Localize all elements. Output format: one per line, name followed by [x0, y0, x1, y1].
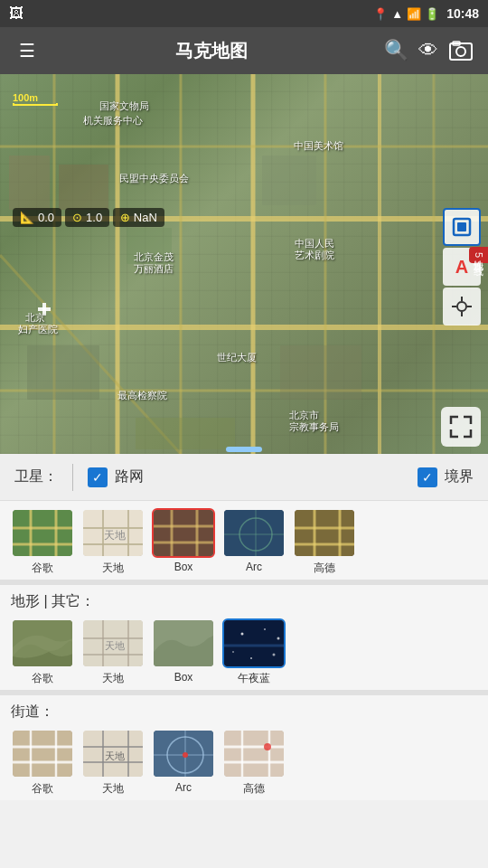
boundary-checkbox[interactable]: ✓ 境界 [418, 467, 474, 487]
terrain-tile-nightblue-thumb[interactable] [222, 618, 286, 668]
terrain-tile-box-thumb[interactable] [152, 618, 215, 668]
street-tile-arc[interactable]: Arc [152, 729, 215, 797]
svg-point-93 [264, 743, 271, 750]
terrain-tile-box[interactable]: Box [152, 618, 215, 686]
scroll-indicator [226, 447, 262, 452]
satellite-tile-box-thumb[interactable] [152, 508, 215, 558]
boundary-checkbox-box[interactable]: ✓ [418, 467, 437, 487]
terrain-tiles-row: 谷歌 天地 天地 [11, 618, 477, 686]
svg-rect-16 [59, 165, 108, 210]
svg-rect-42 [154, 510, 215, 558]
road-checkbox-box[interactable]: ✓ [88, 467, 108, 487]
street-tile-google[interactable]: 谷歌 [11, 729, 74, 797]
terrain-section: 地形 | 其它： 谷歌 [0, 585, 488, 690]
svg-point-26 [457, 302, 466, 311]
svg-rect-72 [13, 731, 74, 778]
terrain-tile-tiandi-label: 天地 [102, 671, 124, 686]
status-bar: 🖼 📍 ▲ 📶 🔋 10:48 [0, 0, 488, 27]
svg-rect-47 [224, 510, 286, 558]
terrain-tile-nightblue-label: 午夜蓝 [238, 671, 270, 686]
satellite-tile-arc-thumb[interactable] [222, 508, 286, 558]
time-display: 10:48 [446, 6, 479, 21]
svg-text:天地: 天地 [104, 529, 126, 542]
street-tile-tiandi-thumb[interactable]: 天地 [81, 729, 145, 778]
satellite-tile-gaode-thumb[interactable] [293, 508, 356, 558]
satellite-tile-tiandi-label: 天地 [102, 561, 124, 576]
terrain-tile-google[interactable]: 谷歌 [11, 618, 74, 686]
location-icon: 📍 [373, 7, 388, 21]
svg-point-84 [167, 737, 203, 773]
terrain-tile-google-label: 谷歌 [32, 671, 53, 686]
menu-button[interactable]: ☰ [11, 34, 43, 67]
coord-1-display: 📐 0.0 [13, 208, 61, 227]
street-tile-arc-thumb[interactable] [152, 729, 215, 778]
crosshair-button[interactable] [443, 288, 481, 326]
street-tile-google-thumb[interactable] [11, 729, 74, 778]
svg-point-48 [239, 518, 272, 551]
satellite-tile-google-thumb[interactable] [11, 508, 74, 558]
svg-rect-36 [83, 510, 145, 558]
street-section-title: 街道： [11, 703, 477, 722]
satellite-tile-gaode-label: 高德 [314, 561, 335, 576]
boundary-label: 境界 [445, 467, 474, 486]
info-bar: 📐 0.0 ⊙ 1.0 ⊕ NaN [13, 208, 164, 227]
svg-point-65 [241, 633, 244, 636]
svg-rect-23 [42, 303, 46, 316]
status-icons: 📍 ▲ 📶 🔋 10:48 [373, 6, 479, 21]
coord-3-display: ⊕ NaN [113, 208, 164, 227]
svg-rect-83 [154, 731, 215, 778]
page-title: 马克地图 [43, 39, 380, 63]
svg-point-67 [277, 637, 280, 640]
svg-text:天地: 天地 [105, 750, 125, 761]
satellite-tile-tiandi[interactable]: 天地 天地 [81, 508, 145, 576]
app-icon: 🖼 [9, 5, 23, 22]
svg-rect-77 [83, 731, 145, 778]
svg-rect-88 [224, 731, 286, 778]
expand-button[interactable] [441, 407, 481, 447]
svg-point-69 [273, 654, 276, 656]
wifi-icon: ▲ [391, 7, 403, 21]
svg-rect-63 [154, 620, 215, 668]
header: ☰ 马克地图 🔍 👁 [0, 27, 488, 74]
svg-rect-15 [9, 156, 50, 210]
street-tile-gaode-thumb[interactable] [222, 729, 286, 778]
street-tile-arc-label: Arc [175, 781, 192, 794]
svg-point-68 [232, 651, 234, 653]
satellite-tile-google-label: 谷歌 [32, 561, 53, 576]
satellite-tile-arc-label: Arc [246, 561, 262, 573]
search-button[interactable]: 🔍 [380, 34, 412, 67]
controls-bar: 卫星： ✓ 路网 ✓ 境界 [0, 454, 488, 501]
svg-rect-25 [457, 222, 466, 231]
street-tile-tiandi[interactable]: 天地 天地 [81, 729, 145, 797]
terrain-tile-tiandi[interactable]: 天地 天地 [81, 618, 145, 686]
satellite-tile-gaode[interactable]: 高德 [293, 508, 356, 576]
divider [72, 464, 73, 491]
satellite-section: 谷歌 天地 天地 [0, 501, 488, 580]
satellite-label: 卫星： [14, 467, 58, 486]
road-checkbox[interactable]: ✓ 路网 [88, 467, 144, 487]
map-container[interactable]: 100m 📐 0.0 ⊙ 1.0 ⊕ NaN 国家文物局 机关服务中心 民盟中央… [0, 74, 488, 454]
svg-text:天地: 天地 [105, 640, 125, 651]
svg-rect-31 [13, 510, 74, 558]
street-tile-gaode[interactable]: 高德 [222, 729, 286, 797]
svg-rect-51 [295, 510, 356, 558]
coord-2-display: ⊙ 1.0 [65, 208, 109, 227]
layer-button[interactable] [443, 208, 481, 246]
street-tile-google-label: 谷歌 [32, 781, 53, 797]
terrain-tile-nightblue[interactable]: 午夜蓝 [222, 618, 286, 686]
metro-label: 地铁5号线 [469, 247, 488, 263]
satellite-tile-arc[interactable]: Arc [222, 508, 286, 576]
satellite-tile-box[interactable]: Box [152, 508, 215, 576]
terrain-section-title: 地形 | 其它： [11, 592, 477, 611]
svg-point-70 [250, 657, 252, 659]
eye-button[interactable]: 👁 [412, 34, 445, 67]
screenshot-button[interactable] [445, 34, 477, 67]
terrain-tile-tiandi-thumb[interactable]: 天地 [81, 618, 145, 668]
map-scale: 100m [13, 92, 58, 106]
satellite-tile-google[interactable]: 谷歌 [11, 508, 74, 576]
terrain-tile-google-thumb[interactable] [11, 618, 74, 668]
svg-point-66 [264, 628, 266, 630]
svg-rect-19 [27, 345, 99, 400]
satellite-tile-tiandi-thumb[interactable]: 天地 [81, 508, 145, 558]
street-tile-tiandi-label: 天地 [102, 781, 124, 797]
